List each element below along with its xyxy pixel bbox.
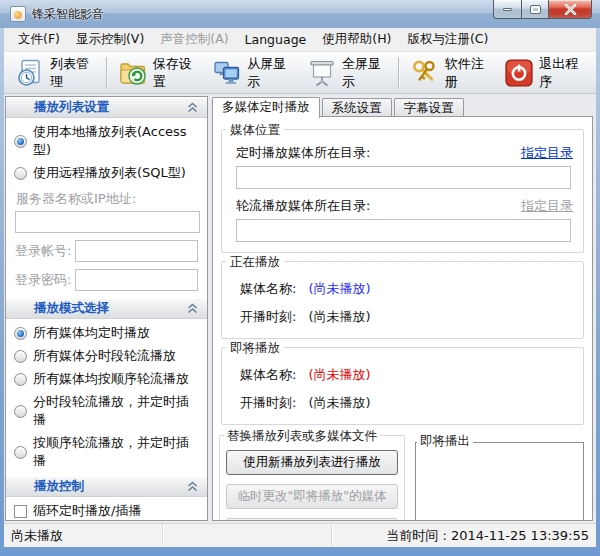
menu-sound-control: 声音控制(A) xyxy=(152,28,236,51)
radio-mode-all-timed[interactable]: 所有媒体均定时播放 xyxy=(14,324,201,342)
titlebar: 锋采智能影音 xyxy=(0,0,600,28)
menu-help[interactable]: 使用帮助(H) xyxy=(314,28,399,51)
radio-mode-sequential-rotate[interactable]: 所有媒体均按顺序轮流播放 xyxy=(14,370,201,388)
server-address-input[interactable] xyxy=(15,211,200,233)
menubar: 文件(F) 显示控制(V) 声音控制(A) Language 使用帮助(H) 版… xyxy=(4,28,596,52)
password-input[interactable] xyxy=(75,269,198,291)
workspace: 播放列表设置 使用本地播放列表(Access型) 使用远程播放列表(SQL型) … xyxy=(4,94,596,523)
radio-icon[interactable] xyxy=(14,446,27,459)
chevron-collapse-icon[interactable] xyxy=(186,102,199,113)
statusbar: 尚未播放 当前时间 : 2014-11-25 13:39:55 xyxy=(4,523,596,547)
radio-label: 所有媒体均定时播放 xyxy=(33,324,150,342)
start-time-value: (尚未播放) xyxy=(308,308,370,326)
maximize-icon xyxy=(531,6,540,13)
media-name-value: (尚未播放) xyxy=(308,366,370,384)
app-icon xyxy=(10,6,26,22)
section-header-playlist-settings[interactable]: 播放列表设置 xyxy=(6,97,207,118)
tab-multimedia-timed-play[interactable]: 多媒体定时播放 xyxy=(212,97,320,118)
checkbox-icon[interactable] xyxy=(14,505,27,518)
checkbox-loop-timed-play[interactable]: 循环定时播放/插播 xyxy=(14,502,201,520)
toolbar-label: 从屏显示 xyxy=(247,55,292,91)
toolbar: 列表管理 保存设置 从屏显示 xyxy=(4,52,596,94)
radio-icon[interactable] xyxy=(14,405,27,418)
timed-dir-row: 定时播放媒体所在目录: 指定目录 xyxy=(236,144,573,162)
app-window: 锋采智能影音 文件(F) 显示控制(V) 声音控制(A) Language 使用… xyxy=(0,0,600,556)
account-input[interactable] xyxy=(75,240,198,262)
group-title: 媒体位置 xyxy=(226,122,284,139)
media-name-label: 媒体名称: xyxy=(240,280,296,298)
toolbar-button-exit[interactable]: 退出程序 xyxy=(497,52,592,94)
menu-register[interactable]: 版权与注册(C) xyxy=(399,28,496,51)
toolbar-label: 全屏显示 xyxy=(342,55,387,91)
tab-system-settings[interactable]: 系统设置 xyxy=(322,98,392,117)
password-field-row: 登录密码: xyxy=(15,269,198,291)
radio-label: 使用远程播放列表(SQL型) xyxy=(33,164,186,182)
section-title: 播放列表设置 xyxy=(34,99,186,116)
chevron-collapse-icon[interactable] xyxy=(186,303,199,314)
radio-mode-timeslot-rotate[interactable]: 所有媒体分时段轮流播放 xyxy=(14,347,201,365)
toolbar-label: 软件注册 xyxy=(445,55,490,91)
group-title: 即将播放 xyxy=(226,340,284,357)
radio-local-playlist[interactable]: 使用本地播放列表(Access型) xyxy=(14,123,201,159)
toolbar-label: 列表管理 xyxy=(50,55,95,91)
tab-subtitle-settings[interactable]: 字幕设置 xyxy=(394,98,464,117)
status-segment-playback: 尚未播放 xyxy=(4,524,163,547)
maximize-button[interactable] xyxy=(522,0,549,19)
toolbar-separator xyxy=(398,57,400,89)
use-new-playlist-button[interactable]: 使用新播放列表进行播放 xyxy=(226,450,398,475)
up-next-name-row: 媒体名称: (尚未播放) xyxy=(240,366,575,384)
radio-mode-sequential-with-insert[interactable]: 按顺序轮流播放，并定时插播 xyxy=(14,434,201,470)
section-header-play-control[interactable]: 播放控制 xyxy=(6,476,207,497)
window-controls xyxy=(493,0,592,19)
playback-status-text: 尚未播放 xyxy=(11,527,63,545)
radio-icon[interactable] xyxy=(14,135,27,148)
status-segment-middle xyxy=(163,524,332,547)
section-header-play-mode[interactable]: 播放模式选择 xyxy=(6,298,207,319)
radio-icon[interactable] xyxy=(14,373,27,386)
media-name-label: 媒体名称: xyxy=(240,366,296,384)
toolbar-button-dual-screen[interactable]: 从屏显示 xyxy=(205,52,300,94)
radio-label: 所有媒体均按顺序轮流播放 xyxy=(33,370,189,388)
toolbar-button-save-settings[interactable]: 保存设置 xyxy=(111,52,206,94)
media-name-value: (尚未播放) xyxy=(308,280,370,298)
group-replace-playlist: 替换播放列表或多媒体文件 使用新播放列表进行播放 临时更改"即将播放"的媒体 永… xyxy=(219,435,405,521)
start-time-label: 开播时刻: xyxy=(240,308,296,326)
group-media-location: 媒体位置 定时播放媒体所在目录: 指定目录 轮流播放媒体所在目录: 指定目录 xyxy=(221,129,584,253)
tab-page-multimedia: 媒体位置 定时播放媒体所在目录: 指定目录 轮流播放媒体所在目录: 指定目录 正… xyxy=(212,116,593,521)
toolbar-button-list-manage[interactable]: 列表管理 xyxy=(8,52,103,94)
save-settings-icon xyxy=(119,59,147,87)
radio-label: 所有媒体分时段轮流播放 xyxy=(33,347,176,365)
section-title: 播放控制 xyxy=(34,478,186,495)
tab-bar: 多媒体定时播放 系统设置 字幕设置 xyxy=(212,96,593,117)
loop-dir-input xyxy=(236,219,571,242)
radio-icon[interactable] xyxy=(14,167,27,180)
radio-label: 使用本地播放列表(Access型) xyxy=(33,123,201,159)
toolbar-label: 退出程序 xyxy=(539,55,584,91)
menu-file[interactable]: 文件(F) xyxy=(10,28,68,51)
account-label: 登录帐号: xyxy=(15,242,71,260)
minimize-button[interactable] xyxy=(493,0,522,19)
timed-dir-input[interactable] xyxy=(236,166,571,189)
radio-remote-playlist[interactable]: 使用远程播放列表(SQL型) xyxy=(14,164,201,182)
list-manage-icon xyxy=(16,59,44,87)
toolbar-button-fullscreen[interactable]: 全屏显示 xyxy=(300,52,395,94)
toolbar-button-register[interactable]: 软件注册 xyxy=(403,52,498,94)
timed-dir-link[interactable]: 指定目录 xyxy=(521,144,573,162)
radio-mode-timeslot-with-insert[interactable]: 分时段轮流播放，并定时插播 xyxy=(14,393,201,429)
toolbar-separator xyxy=(106,57,108,89)
chevron-collapse-icon[interactable] xyxy=(186,481,199,492)
menu-display-control[interactable]: 显示控制(V) xyxy=(68,28,152,51)
group-title: 正在播放 xyxy=(226,254,284,271)
current-time-text: 当前时间 : 2014-11-25 13:39:55 xyxy=(386,527,589,545)
checkbox-label: 循环定时播放/插播 xyxy=(33,502,141,520)
fullscreen-icon xyxy=(308,59,336,87)
radio-icon[interactable] xyxy=(14,350,27,363)
radio-icon[interactable] xyxy=(14,327,27,340)
start-time-value: (尚未播放) xyxy=(308,394,370,412)
upcoming-listbox[interactable] xyxy=(415,442,584,521)
close-button[interactable] xyxy=(549,0,592,19)
bottom-row: 替换播放列表或多媒体文件 使用新播放列表进行播放 临时更改"即将播放"的媒体 永… xyxy=(219,435,586,521)
menu-language[interactable]: Language xyxy=(237,29,315,50)
minimize-icon xyxy=(503,8,512,11)
group-title: 即将播出 xyxy=(417,433,473,450)
